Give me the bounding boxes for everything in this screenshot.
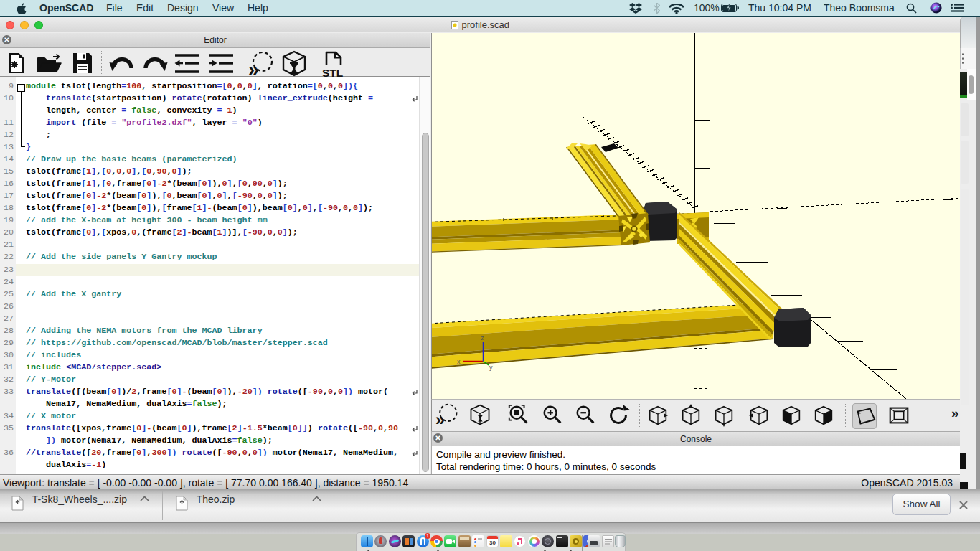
svg-text:»: » <box>435 410 445 428</box>
svg-text:x: x <box>457 358 461 365</box>
svg-text:»: » <box>248 59 259 77</box>
svg-text:STL: STL <box>322 67 343 77</box>
svg-text:y: y <box>489 364 493 371</box>
svg-text:z: z <box>481 334 484 342</box>
